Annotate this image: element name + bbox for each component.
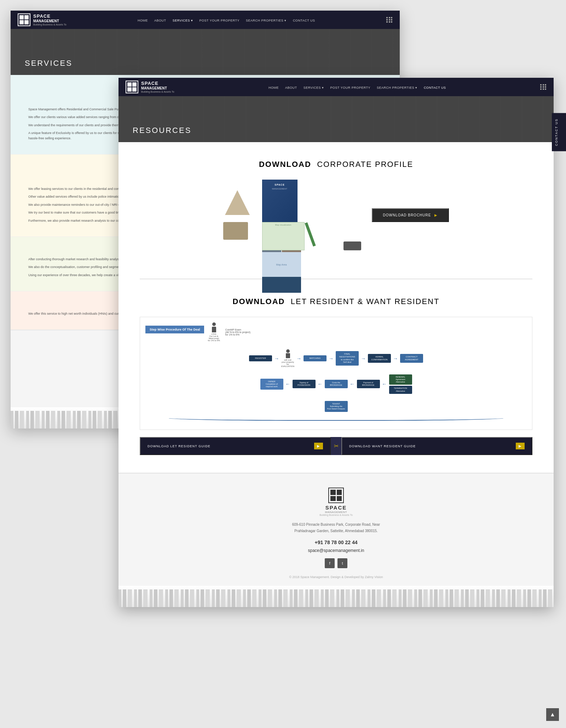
flow-node-verbal: VERBALCONFIRMATION xyxy=(368,354,391,363)
nav-services[interactable]: SERVICES ▾ xyxy=(173,19,193,22)
flow-node-costs: Costs theBROKERAGE xyxy=(325,380,348,388)
flow-arrow-2: → xyxy=(296,356,301,361)
twitter-icon-front[interactable]: t xyxy=(337,558,347,568)
res-nav-home[interactable]: HOME xyxy=(268,86,279,89)
resident-title: DOWNLOAD LET RESIDENT & WANT RESIDENT xyxy=(140,297,532,306)
flow-cycle-arrow xyxy=(145,414,527,424)
flow-nodes-row2: OWNERCompletion ofrequired work ← Signin… xyxy=(145,371,527,397)
footer-copy-front: © 2018 Space Management. Design & Develo… xyxy=(140,575,532,579)
flow-title: Step Wise Procedure Of The Deal xyxy=(145,326,204,333)
nav-contact[interactable]: CONTACT US xyxy=(293,19,315,22)
download-btn-container: DOWNLOAD BROCHURE xyxy=(372,208,449,222)
resources-hero-title: RESOURCES xyxy=(133,126,191,135)
footer-logo-box xyxy=(328,488,344,503)
corporate-section: DOWNLOAD CORPORATE PROFILE SPACE MANAGEM… xyxy=(119,142,554,279)
brochure-stack: SPACE MANAGEMENT Map Area xyxy=(262,180,361,250)
resources-window: SPACE MANAGEMENT Building Business & Ass… xyxy=(119,78,554,607)
flow-node-tenant: TENANTSubmitting thePost Dated Cheques xyxy=(325,401,348,412)
download-brochure-button[interactable]: DOWNLOAD BROCHURE xyxy=(372,208,449,222)
flow-arrow-8: ← xyxy=(350,381,355,387)
res-nav-about[interactable]: ABOUT xyxy=(285,86,297,89)
footer-phone-front: +91 78 78 00 22 44 xyxy=(140,540,532,545)
brochure-collage: SPACE MANAGEMENT Map Area xyxy=(140,180,532,250)
nav-about[interactable]: ABOUT xyxy=(154,19,166,22)
let-arrow-icon: ▶ xyxy=(314,443,323,449)
resources-navbar: SPACE MANAGEMENT Building Business & Ass… xyxy=(119,78,554,96)
flow-nodes-row: REGISTER → will visityour propertyforEVA… xyxy=(145,346,527,371)
flow-arrow-1: → xyxy=(274,356,279,361)
resources-grid-icon[interactable] xyxy=(540,84,547,90)
scroll-top-button[interactable]: ▲ xyxy=(546,708,559,721)
res-nav-post[interactable]: POST YOUR PROPERTY xyxy=(330,86,370,89)
contact-us-label[interactable]: CONTACT US xyxy=(552,113,566,151)
download-buttons-row: DOWNLOAD LET RESIDENT GUIDE ▶ ✂ DOWNLOAD… xyxy=(140,437,532,455)
brochure-book1: SPACE MANAGEMENT xyxy=(262,180,298,226)
flow-arrow-4: → xyxy=(361,356,366,361)
flow-arrow-6: ← xyxy=(285,381,290,387)
flow-node-renewal: RENEWALAgreementAlternative xyxy=(389,374,412,385)
flow-node-negotiations: FINALNEGOTIATIONSto confirm theSell deal xyxy=(336,351,359,366)
flow-arrow-5: → xyxy=(393,356,398,361)
resources-nav-links: HOME ABOUT SERVICES ▾ POST YOUR PROPERTY… xyxy=(268,84,446,90)
flow-node-termination: TERMINATIONAlternative xyxy=(389,386,412,394)
flow-node-possession: Signing ofPOSSESSION xyxy=(293,380,316,388)
flow-arrow-9: ← xyxy=(382,381,387,387)
flow-node-contract: CONTRACTAGREEMENT xyxy=(400,354,423,363)
flow-arrow-7: ← xyxy=(318,381,323,387)
stapler-decoration xyxy=(343,241,361,250)
flow-node-register: REGISTER xyxy=(249,355,272,362)
facebook-icon-front[interactable]: f xyxy=(325,558,335,568)
services-navbar: SPACE MANAGEMENT Building Business & Ass… xyxy=(11,11,400,29)
services-hero-title: SERVICES xyxy=(25,59,73,68)
flow-node-matching: MATCHING xyxy=(304,355,327,362)
grid-menu-icon[interactable] xyxy=(386,17,393,23)
download-want-button[interactable]: DOWNLOAD WANT RESIDENT GUIDE ▶ xyxy=(341,437,532,455)
res-nav-search[interactable]: SEARCH PROPERTIES ▾ xyxy=(377,86,417,89)
nav-home[interactable]: HOME xyxy=(138,19,148,22)
resident-section: DOWNLOAD LET RESIDENT & WANT RESIDENT St… xyxy=(119,279,554,473)
pencil-decoration xyxy=(305,222,316,247)
corporate-title: DOWNLOAD CORPORATE PROFILE xyxy=(140,160,532,169)
scissors-icon: ✂ xyxy=(331,437,341,455)
nav-post-property[interactable]: POST YOUR PROPERTY xyxy=(199,19,239,22)
map-piece: Map visualization xyxy=(262,222,305,250)
res-nav-contact[interactable]: CONTACT US xyxy=(424,86,446,89)
logo-icon xyxy=(18,13,30,26)
download-let-button[interactable]: DOWNLOAD LET RESIDENT GUIDE ▶ xyxy=(140,437,331,455)
services-logo[interactable]: SPACE MANAGEMENT Building Business & Ass… xyxy=(18,13,67,26)
footer-email-front: space@spacemanagement.in xyxy=(140,548,532,553)
flow-arrow-3: → xyxy=(329,356,334,361)
flow-diagram: Step Wise Procedure Of The Deal LTFAFor … xyxy=(140,317,532,430)
res-nav-services[interactable]: SERVICES ▾ xyxy=(304,86,324,89)
flow-node-owner: OWNERCompletion ofrequired work xyxy=(260,379,283,390)
resources-footer: SPACE MANAGEMENT Building Business & Ass… xyxy=(119,473,554,586)
flow-node-payment: Payment ofBROKERAGE xyxy=(357,380,380,388)
footer-address-front: 609-610 Pinnacle Business Park, Corporat… xyxy=(140,522,532,534)
resources-content: DOWNLOAD CORPORATE PROFILE SPACE MANAGEM… xyxy=(119,142,554,607)
services-nav-links: HOME ABOUT SERVICES ▾ POST YOUR PROPERTY… xyxy=(138,17,315,23)
footer-social-front: f t xyxy=(140,558,532,568)
resources-hero: RESOURCES xyxy=(119,96,554,142)
brochure-book3: Map Area xyxy=(262,252,301,277)
resources-logo[interactable]: SPACE MANAGEMENT Building Business & Ass… xyxy=(126,81,174,93)
want-arrow-icon: ▶ xyxy=(516,443,525,449)
flow-tenant-row: TENANTSubmitting thePost Dated Cheques xyxy=(145,401,527,412)
city-skyline-front xyxy=(119,586,554,607)
brochure-book4 xyxy=(262,277,301,293)
resources-logo-text: SPACE MANAGEMENT Building Business & Ass… xyxy=(141,81,174,93)
resources-logo-icon xyxy=(126,81,138,93)
services-hero: SERVICES xyxy=(11,29,400,75)
triangle-decoration xyxy=(223,183,252,247)
logo-text: SPACE MANAGEMENT Building Business & Ass… xyxy=(33,13,67,26)
nav-search[interactable]: SEARCH PROPERTIES ▾ xyxy=(246,19,287,22)
footer-logo-front: SPACE MANAGEMENT Building Business & Ass… xyxy=(140,488,532,516)
